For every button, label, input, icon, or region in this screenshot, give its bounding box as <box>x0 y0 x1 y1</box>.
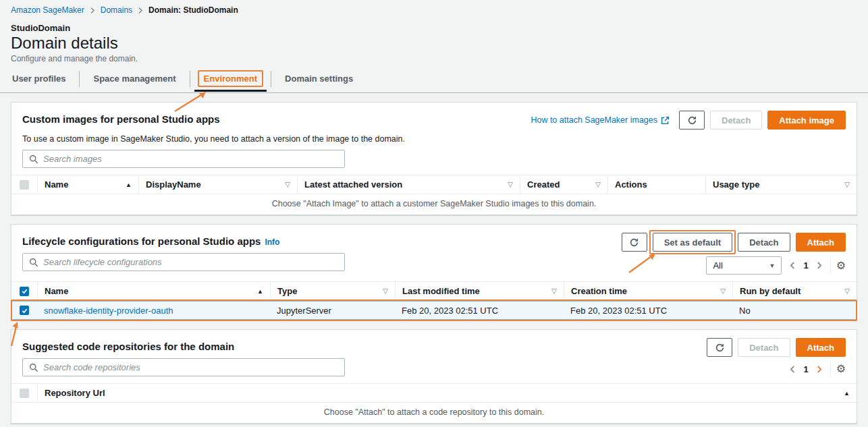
refresh-images-button[interactable] <box>679 111 705 130</box>
checkmark-icon <box>21 287 28 295</box>
tab-bar: User profiles Space management Environme… <box>11 69 857 88</box>
lifecycle-configurations-panel: Lifecycle configurations for personal St… <box>11 224 857 320</box>
column-header-displayname-label: DisplayName <box>146 179 201 190</box>
search-images-box <box>22 150 345 168</box>
column-header-last-modified[interactable]: Last modified time ▽ <box>395 282 564 300</box>
column-header-displayname[interactable]: DisplayName ▽ <box>138 175 297 194</box>
column-header-name-label: Name <box>45 179 68 190</box>
column-header-actions-label: Actions <box>615 179 647 190</box>
settings-gear-icon[interactable]: ⚙ <box>836 364 846 374</box>
page-number[interactable]: 1 <box>803 364 808 374</box>
lifecycle-table-header: Name ▲ Type ▽ Last modified time ▽ Creat… <box>11 281 857 301</box>
sort-ascending-icon: ▲ <box>257 288 263 295</box>
column-header-latest-version[interactable]: Latest attached version ▽ <box>297 175 520 194</box>
refresh-lifecycle-button[interactable] <box>622 233 647 252</box>
previous-page-button[interactable] <box>790 365 796 374</box>
lifecycle-table-row[interactable]: snowflake-identity-provider-oauth Jupyte… <box>11 301 857 320</box>
detach-image-button[interactable]: Detach <box>710 111 762 130</box>
lifecycle-config-link[interactable]: snowflake-identity-provider-oauth <box>44 306 173 316</box>
sort-icon: ▽ <box>844 287 850 295</box>
column-header-run-by-default[interactable]: Run by default ▽ <box>732 282 857 300</box>
sort-icon: ▽ <box>844 181 850 188</box>
next-page-button[interactable] <box>816 261 822 270</box>
search-repos-input[interactable] <box>43 362 338 372</box>
how-to-attach-images-link-label: How to attach SageMaker images <box>531 115 657 125</box>
sort-icon: ▽ <box>720 287 726 295</box>
chevron-down-icon: ▼ <box>769 262 776 269</box>
page-number[interactable]: 1 <box>803 260 808 271</box>
tab-bar-divider <box>0 92 868 93</box>
search-lifecycle-input[interactable] <box>43 257 338 267</box>
repos-table: Repository Url ▲ Choose "Attach" to atta… <box>11 383 857 423</box>
lifecycle-row-last-modified: Feb 20, 2023 02:51 UTC <box>395 306 564 316</box>
column-header-last-modified-label: Last modified time <box>402 286 480 296</box>
code-repositories-title: Suggested code repositories for the doma… <box>22 338 345 352</box>
sagemaker-domain-details-page: { "breadcrumb": { "items": ["Amazon Sage… <box>0 0 868 427</box>
column-header-repository-url[interactable]: Repository Url ▲ <box>37 384 857 402</box>
refresh-repos-button[interactable] <box>707 338 732 357</box>
previous-page-button[interactable] <box>790 261 796 270</box>
column-header-creation-time-label: Creation time <box>571 286 627 296</box>
breadcrumb-link-domains[interactable]: Domains <box>101 5 132 15</box>
search-icon <box>29 154 38 164</box>
column-header-created-label: Created <box>527 179 560 190</box>
custom-images-panel: Custom images for personal Studio apps H… <box>11 102 857 215</box>
repos-empty-state: Choose "Attach" to attach a code reposit… <box>11 403 857 423</box>
search-lifecycle-box <box>22 253 345 271</box>
divider <box>830 362 831 376</box>
breadcrumb-current: Domain: StudioDomain <box>148 5 238 15</box>
column-header-creation-time[interactable]: Creation time ▽ <box>564 282 732 300</box>
column-header-run-by-default-label: Run by default <box>740 286 801 296</box>
column-header-repository-url-label: Repository Url <box>45 388 105 398</box>
column-header-created[interactable]: Created ▽ <box>520 175 607 194</box>
select-all-lifecycle-checkbox[interactable] <box>20 287 29 296</box>
detach-lifecycle-button[interactable]: Detach <box>738 233 790 252</box>
next-page-button[interactable] <box>816 365 822 374</box>
search-images-input[interactable] <box>43 154 338 164</box>
lifecycle-row-creation-time: Feb 20, 2023 02:51 UTC <box>564 306 732 316</box>
custom-images-table-header: Name ▲ DisplayName ▽ Latest attached ver… <box>11 175 857 194</box>
repos-pagination: 1 <box>790 364 821 374</box>
column-header-name[interactable]: Name ▲ <box>37 175 138 194</box>
refresh-icon <box>687 115 697 125</box>
select-all-repos-checkbox[interactable] <box>20 389 29 398</box>
lifecycle-filter-value: All <box>713 260 722 271</box>
column-header-name[interactable]: Name ▲ <box>37 282 270 300</box>
tab-space-management[interactable]: Space management <box>80 71 189 86</box>
page-subtitle: Configure and manage the domain. <box>11 54 857 63</box>
annotation-arrow-set-as-default <box>627 250 659 275</box>
sort-ascending-icon: ▲ <box>844 390 850 397</box>
column-header-usage-type-label: Usage type <box>713 179 759 190</box>
domain-name-label: StudioDomain <box>11 23 857 33</box>
tab-environment-label: Environment <box>204 74 257 84</box>
search-icon <box>29 363 38 372</box>
sort-icon: ▽ <box>383 287 388 295</box>
settings-gear-icon[interactable]: ⚙ <box>836 260 846 271</box>
column-header-usage-type[interactable]: Usage type ▽ <box>705 175 857 194</box>
detach-repo-button[interactable]: Detach <box>738 338 790 357</box>
info-link[interactable]: Info <box>265 237 279 247</box>
breadcrumb-link-sagemaker[interactable]: Amazon SageMaker <box>11 5 84 15</box>
tab-user-profiles[interactable]: User profiles <box>11 71 79 86</box>
row-checkbox[interactable] <box>20 306 29 315</box>
attach-image-button[interactable]: Attach image <box>767 111 846 130</box>
set-as-default-button[interactable]: Set as default <box>653 233 733 252</box>
tab-domain-settings[interactable]: Domain settings <box>271 71 367 86</box>
lifecycle-filter-dropdown[interactable]: All ▼ <box>706 256 782 275</box>
page-header: Amazon SageMaker Domains Domain: StudioD… <box>0 0 868 88</box>
lifecycle-table: Name ▲ Type ▽ Last modified time ▽ Creat… <box>11 281 857 320</box>
custom-images-title: Custom images for personal Studio apps <box>22 111 220 125</box>
attach-repo-button[interactable]: Attach <box>796 338 846 357</box>
code-repositories-panel: Suggested code repositories for the doma… <box>11 329 857 424</box>
column-header-actions[interactable]: Actions <box>607 175 705 194</box>
sort-icon: ▽ <box>508 181 513 188</box>
custom-images-table: Name ▲ DisplayName ▽ Latest attached ver… <box>11 175 857 215</box>
sort-icon: ▽ <box>285 181 290 188</box>
column-header-type[interactable]: Type ▽ <box>270 282 395 300</box>
custom-images-empty-state: Choose "Attach Image" to attach a custom… <box>11 194 857 215</box>
how-to-attach-images-link[interactable]: How to attach SageMaker images <box>531 115 670 125</box>
select-all-images-checkbox[interactable] <box>20 180 29 190</box>
tab-environment[interactable]: Environment <box>190 71 271 86</box>
attach-lifecycle-button[interactable]: Attach <box>796 233 846 252</box>
lifecycle-title: Lifecycle configurations for personal St… <box>22 233 345 247</box>
